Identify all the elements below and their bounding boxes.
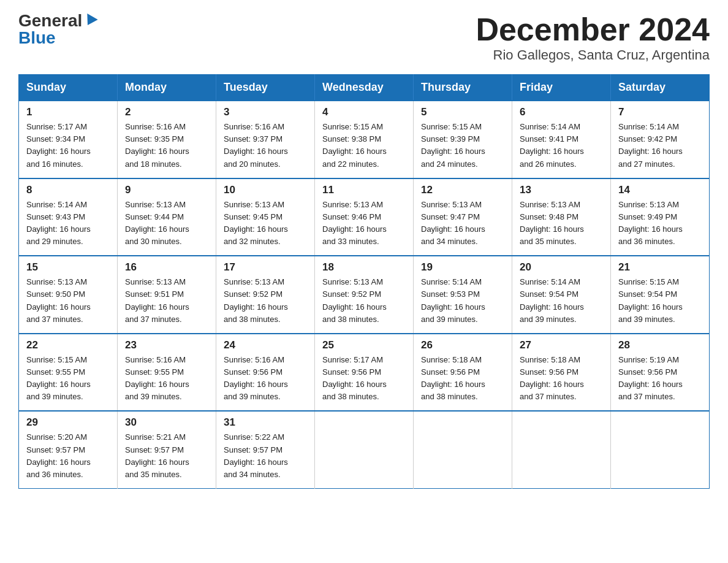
day-cell: 18 Sunrise: 5:13 AM Sunset: 9:52 PM Dayl… bbox=[315, 256, 414, 334]
day-cell: 6 Sunrise: 5:14 AM Sunset: 9:41 PM Dayli… bbox=[512, 101, 611, 178]
day-info: Sunrise: 5:16 AM Sunset: 9:56 PM Dayligh… bbox=[224, 354, 308, 404]
week-row-4: 22 Sunrise: 5:15 AM Sunset: 9:55 PM Dayl… bbox=[19, 334, 710, 412]
day-number: 21 bbox=[618, 261, 703, 274]
day-number: 10 bbox=[224, 184, 308, 196]
day-number: 30 bbox=[125, 416, 210, 429]
day-cell: 24 Sunrise: 5:16 AM Sunset: 9:56 PM Dayl… bbox=[216, 334, 315, 412]
day-cell: 12 Sunrise: 5:13 AM Sunset: 9:47 PM Dayl… bbox=[414, 178, 512, 256]
day-info: Sunrise: 5:15 AM Sunset: 9:55 PM Dayligh… bbox=[26, 354, 111, 404]
logo-triangle-icon bbox=[83, 13, 98, 28]
day-number: 5 bbox=[421, 106, 506, 118]
week-row-1: 1 Sunrise: 5:17 AM Sunset: 9:34 PM Dayli… bbox=[19, 101, 710, 178]
header-cell-wednesday: Wednesday bbox=[315, 75, 414, 101]
day-number: 16 bbox=[125, 261, 210, 274]
day-cell: 20 Sunrise: 5:14 AM Sunset: 9:54 PM Dayl… bbox=[512, 256, 611, 334]
day-number: 19 bbox=[421, 261, 506, 274]
day-info: Sunrise: 5:19 AM Sunset: 9:56 PM Dayligh… bbox=[618, 354, 703, 404]
calendar-table: SundayMondayTuesdayWednesdayThursdayFrid… bbox=[18, 74, 710, 489]
day-number: 9 bbox=[125, 184, 210, 196]
day-cell: 16 Sunrise: 5:13 AM Sunset: 9:51 PM Dayl… bbox=[118, 256, 216, 334]
day-number: 3 bbox=[224, 106, 308, 118]
day-number: 18 bbox=[322, 261, 407, 274]
day-cell: 21 Sunrise: 5:15 AM Sunset: 9:54 PM Dayl… bbox=[611, 256, 710, 334]
day-cell: 10 Sunrise: 5:13 AM Sunset: 9:45 PM Dayl… bbox=[216, 178, 315, 256]
logo: General Blue bbox=[18, 12, 96, 47]
day-number: 1 bbox=[26, 106, 111, 118]
day-info: Sunrise: 5:15 AM Sunset: 9:54 PM Dayligh… bbox=[618, 276, 703, 326]
day-cell: 7 Sunrise: 5:14 AM Sunset: 9:42 PM Dayli… bbox=[611, 101, 710, 178]
day-info: Sunrise: 5:13 AM Sunset: 9:50 PM Dayligh… bbox=[26, 276, 111, 326]
day-cell: 22 Sunrise: 5:15 AM Sunset: 9:55 PM Dayl… bbox=[19, 334, 118, 412]
day-number: 29 bbox=[26, 416, 111, 429]
day-cell: 28 Sunrise: 5:19 AM Sunset: 9:56 PM Dayl… bbox=[611, 334, 710, 412]
day-info: Sunrise: 5:14 AM Sunset: 9:43 PM Dayligh… bbox=[26, 199, 111, 248]
day-info: Sunrise: 5:16 AM Sunset: 9:35 PM Dayligh… bbox=[125, 121, 210, 170]
day-number: 26 bbox=[421, 339, 506, 351]
day-info: Sunrise: 5:13 AM Sunset: 9:46 PM Dayligh… bbox=[322, 199, 407, 248]
title-area: December 2024 Rio Gallegos, Santa Cruz, … bbox=[476, 12, 710, 63]
day-info: Sunrise: 5:13 AM Sunset: 9:45 PM Dayligh… bbox=[224, 199, 308, 248]
location-subtitle: Rio Gallegos, Santa Cruz, Argentina bbox=[476, 47, 710, 63]
page-header: General Blue December 2024 Rio Gallegos,… bbox=[18, 12, 710, 63]
day-cell: 19 Sunrise: 5:14 AM Sunset: 9:53 PM Dayl… bbox=[414, 256, 512, 334]
day-cell bbox=[512, 411, 611, 488]
day-info: Sunrise: 5:14 AM Sunset: 9:42 PM Dayligh… bbox=[618, 121, 703, 170]
day-number: 27 bbox=[520, 339, 604, 351]
logo-general-text: General bbox=[18, 12, 82, 29]
day-cell: 8 Sunrise: 5:14 AM Sunset: 9:43 PM Dayli… bbox=[19, 178, 118, 256]
day-info: Sunrise: 5:21 AM Sunset: 9:57 PM Dayligh… bbox=[125, 431, 210, 481]
day-cell: 11 Sunrise: 5:13 AM Sunset: 9:46 PM Dayl… bbox=[315, 178, 414, 256]
day-number: 12 bbox=[421, 184, 506, 196]
day-info: Sunrise: 5:13 AM Sunset: 9:51 PM Dayligh… bbox=[125, 276, 210, 326]
header-cell-thursday: Thursday bbox=[414, 75, 512, 101]
day-info: Sunrise: 5:22 AM Sunset: 9:57 PM Dayligh… bbox=[224, 431, 308, 481]
day-number: 24 bbox=[224, 339, 308, 351]
day-number: 4 bbox=[322, 106, 407, 118]
week-row-3: 15 Sunrise: 5:13 AM Sunset: 9:50 PM Dayl… bbox=[19, 256, 710, 334]
day-info: Sunrise: 5:13 AM Sunset: 9:47 PM Dayligh… bbox=[421, 199, 506, 248]
day-number: 25 bbox=[322, 339, 407, 351]
day-info: Sunrise: 5:13 AM Sunset: 9:44 PM Dayligh… bbox=[125, 199, 210, 248]
header-cell-monday: Monday bbox=[118, 75, 216, 101]
day-info: Sunrise: 5:15 AM Sunset: 9:38 PM Dayligh… bbox=[322, 121, 407, 170]
day-number: 22 bbox=[26, 339, 111, 351]
day-cell: 13 Sunrise: 5:13 AM Sunset: 9:48 PM Dayl… bbox=[512, 178, 611, 256]
day-info: Sunrise: 5:17 AM Sunset: 9:56 PM Dayligh… bbox=[322, 354, 407, 404]
day-cell bbox=[414, 411, 512, 488]
day-number: 28 bbox=[618, 339, 703, 351]
day-cell: 9 Sunrise: 5:13 AM Sunset: 9:44 PM Dayli… bbox=[118, 178, 216, 256]
day-number: 31 bbox=[224, 416, 308, 429]
day-cell: 14 Sunrise: 5:13 AM Sunset: 9:49 PM Dayl… bbox=[611, 178, 710, 256]
day-info: Sunrise: 5:18 AM Sunset: 9:56 PM Dayligh… bbox=[421, 354, 506, 404]
day-cell: 2 Sunrise: 5:16 AM Sunset: 9:35 PM Dayli… bbox=[118, 101, 216, 178]
day-info: Sunrise: 5:13 AM Sunset: 9:48 PM Dayligh… bbox=[520, 199, 604, 248]
header-row: SundayMondayTuesdayWednesdayThursdayFrid… bbox=[19, 75, 710, 101]
day-cell: 5 Sunrise: 5:15 AM Sunset: 9:39 PM Dayli… bbox=[414, 101, 512, 178]
day-cell: 31 Sunrise: 5:22 AM Sunset: 9:57 PM Dayl… bbox=[216, 411, 315, 488]
day-cell: 1 Sunrise: 5:17 AM Sunset: 9:34 PM Dayli… bbox=[19, 101, 118, 178]
day-info: Sunrise: 5:14 AM Sunset: 9:53 PM Dayligh… bbox=[421, 276, 506, 326]
day-cell: 29 Sunrise: 5:20 AM Sunset: 9:57 PM Dayl… bbox=[19, 411, 118, 488]
day-cell: 26 Sunrise: 5:18 AM Sunset: 9:56 PM Dayl… bbox=[414, 334, 512, 412]
day-info: Sunrise: 5:20 AM Sunset: 9:57 PM Dayligh… bbox=[26, 431, 111, 481]
day-info: Sunrise: 5:18 AM Sunset: 9:56 PM Dayligh… bbox=[520, 354, 604, 404]
logo-blue-text: Blue bbox=[18, 29, 56, 47]
day-info: Sunrise: 5:13 AM Sunset: 9:52 PM Dayligh… bbox=[322, 276, 407, 326]
day-cell: 25 Sunrise: 5:17 AM Sunset: 9:56 PM Dayl… bbox=[315, 334, 414, 412]
day-number: 6 bbox=[520, 106, 604, 118]
day-number: 20 bbox=[520, 261, 604, 274]
day-number: 11 bbox=[322, 184, 407, 196]
day-cell: 4 Sunrise: 5:15 AM Sunset: 9:38 PM Dayli… bbox=[315, 101, 414, 178]
day-number: 15 bbox=[26, 261, 111, 274]
day-info: Sunrise: 5:13 AM Sunset: 9:49 PM Dayligh… bbox=[618, 199, 703, 248]
day-number: 17 bbox=[224, 261, 308, 274]
day-number: 23 bbox=[125, 339, 210, 351]
day-info: Sunrise: 5:14 AM Sunset: 9:41 PM Dayligh… bbox=[520, 121, 604, 170]
header-cell-sunday: Sunday bbox=[19, 75, 118, 101]
header-cell-friday: Friday bbox=[512, 75, 611, 101]
day-number: 14 bbox=[618, 184, 703, 196]
day-cell: 30 Sunrise: 5:21 AM Sunset: 9:57 PM Dayl… bbox=[118, 411, 216, 488]
day-info: Sunrise: 5:16 AM Sunset: 9:37 PM Dayligh… bbox=[224, 121, 308, 170]
header-cell-saturday: Saturday bbox=[611, 75, 710, 101]
day-number: 2 bbox=[125, 106, 210, 118]
